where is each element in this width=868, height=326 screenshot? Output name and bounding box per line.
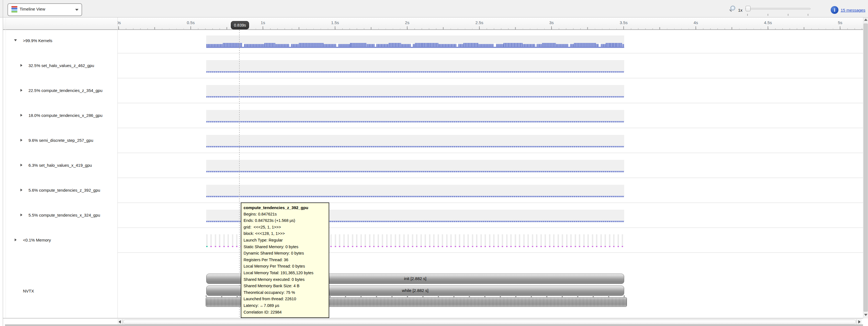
info-icon[interactable]: i: [831, 6, 838, 14]
expand-arrow-icon[interactable]: [21, 64, 22, 67]
expand-arrow-icon[interactable]: [14, 239, 17, 241]
nsight-timeline-window: Timeline View 1x i 15 messages 0s0.5s1s1…: [0, 0, 868, 326]
ruler-label: 4s: [693, 20, 698, 25]
tree-row-label: 6.3% set_halo_values_x_419_gpu: [28, 163, 92, 168]
kernel-track-band[interactable]: [206, 85, 624, 98]
ruler-label: 3s: [549, 20, 554, 25]
kernel-track-band[interactable]: [206, 135, 624, 147]
tooltip-line: Local Memory Per Thread: 0 bytes: [244, 263, 327, 270]
tooltip-line: Registers Per Thread: 36: [244, 257, 327, 264]
tree-row-label: 18.0% compute_tendencies_x_286_gpu: [28, 113, 102, 118]
tree-row[interactable]: NVTX: [6, 288, 118, 294]
kernel-track-band[interactable]: [206, 110, 624, 123]
tree-row[interactable]: 32.5% set_halo_values_z_462_gpu: [6, 62, 118, 68]
tree-row[interactable]: 22.5% compute_tendencies_z_354_gpu: [6, 87, 118, 93]
kernel-track-band[interactable]: [206, 185, 624, 197]
tree-row[interactable]: 6.3% set_halo_values_x_419_gpu: [6, 162, 118, 168]
tree-row[interactable]: 9.6% semi_discrete_step_257_gpu: [6, 137, 118, 143]
vertical-scrollbar[interactable]: [863, 18, 868, 319]
tooltip-line: Begins: 0.847621s: [244, 211, 327, 218]
horizontal-scrollbar-thumb[interactable]: [123, 319, 856, 324]
tooltip-line: Local Memory Total: 191,365,120 bytes: [244, 270, 327, 276]
tooltip-line: Shared Memory Bank Size: 4 B: [244, 283, 327, 290]
ruler-label: 4.5s: [764, 20, 772, 25]
magnifier-icon: [729, 5, 736, 13]
timeline-view-icon: [11, 6, 18, 13]
toolbar: Timeline View 1x i 15 messages: [0, 0, 868, 17]
tooltip-line: Shared Memory executed: 0 bytes: [244, 276, 327, 283]
tree-row-label: 22.5% compute_tendencies_z_354_gpu: [28, 88, 102, 93]
scroll-left-arrow-icon[interactable]: [118, 319, 123, 325]
kernel-track-band[interactable]: [206, 160, 624, 172]
expand-arrow-icon[interactable]: [21, 114, 22, 117]
ruler-label: 3.5s: [620, 20, 627, 25]
tree-row-label: <0.1% Memory: [23, 238, 51, 242]
scroll-right-arrow-icon[interactable]: [857, 319, 862, 325]
tooltip-line: Theoretical occupancy: 75 %: [244, 290, 327, 296]
zoom-level-label: 1x: [738, 8, 743, 12]
tree-row-label: NVTX: [23, 289, 34, 293]
expand-arrow-icon[interactable]: [21, 189, 22, 191]
time-marker-badge: 0.839s: [231, 21, 249, 29]
vertical-scrollbar-thumb[interactable]: [864, 24, 868, 311]
expand-arrow-icon[interactable]: [21, 139, 22, 141]
chevron-down-icon: [75, 9, 79, 11]
tree-row[interactable]: 18.0% compute_tendencies_x_286_gpu: [6, 112, 118, 118]
timeline-row-tree: >99.9% Kernels32.5% set_halo_values_z_46…: [6, 30, 118, 318]
zoom-slider-handle[interactable]: [746, 6, 750, 11]
ruler-label: 2.5s: [475, 20, 483, 25]
ruler-scale[interactable]: 0s0.5s1s1.5s2s2.5s3s3.5s4s4.5s5s: [118, 18, 863, 30]
tree-row[interactable]: 5.5% compute_tendencies_x_324_gpu: [6, 212, 118, 218]
kernel-track-band[interactable]: [206, 60, 624, 73]
tree-row-label: 5.6% compute_tendencies_z_392_gpu: [28, 188, 100, 192]
tree-row[interactable]: <0.1% Memory: [6, 237, 118, 243]
view-selector-dropdown[interactable]: Timeline View: [7, 3, 82, 16]
expand-arrow-icon[interactable]: [21, 214, 22, 216]
tooltip-line: Latency: ←7.089 µs: [244, 302, 327, 309]
tree-row-label: 32.5% set_halo_values_z_462_gpu: [28, 63, 94, 68]
tree-row-label: >99.9% Kernels: [23, 38, 52, 43]
tooltip-line: Launch Type: Regular: [244, 237, 327, 244]
ruler-label: 5s: [838, 20, 842, 25]
tooltip-title: compute_tendencies_z_392_gpu: [244, 205, 327, 211]
tooltip-line: Static Shared Memory: 0 bytes: [244, 244, 327, 250]
ruler-label: 1.5s: [331, 20, 339, 25]
expand-arrow-icon[interactable]: [21, 164, 22, 166]
messages-link[interactable]: 15 messages: [841, 8, 865, 12]
tooltip-line: Ends: 0.847623s (+1.568 µs): [244, 217, 327, 224]
tooltip-line: grid: <<<25, 1, 1>>>: [244, 224, 327, 231]
tooltip-line: Dynamic Shared Memory: 0 bytes: [244, 250, 327, 257]
kernel-tooltip: compute_tendencies_z_392_gpu Begins: 0.8…: [241, 202, 329, 318]
window-bottom-strip: [5, 324, 863, 326]
ruler-label: 0s: [118, 20, 121, 25]
tooltip-line: Launched from thread: 22610: [244, 296, 327, 302]
ruler-label: 2s: [405, 20, 409, 25]
expand-arrow-icon[interactable]: [21, 89, 22, 92]
tree-row[interactable]: 5.6% compute_tendencies_z_392_gpu: [6, 187, 118, 193]
tree-row-label: 5.5% compute_tendencies_x_324_gpu: [28, 213, 100, 217]
ruler-label: 1s: [261, 20, 265, 25]
tooltip-line: Correlation ID: 22984: [244, 309, 327, 316]
collapse-arrow-icon[interactable]: [14, 39, 17, 41]
tree-row-label: 9.6% semi_discrete_step_257_gpu: [28, 138, 93, 143]
ruler-label: 0.5s: [187, 20, 195, 25]
nvtx-range-label: while [2.882 s]: [402, 288, 429, 293]
horizontal-scrollbar[interactable]: [118, 319, 862, 325]
view-selector-label: Timeline View: [20, 7, 45, 11]
zoom-slider-track[interactable]: [745, 8, 810, 9]
timeline-canvas[interactable]: init [2.882 s]while [2.882 s]: [118, 30, 863, 318]
kernel-dense-bars[interactable]: [206, 35, 624, 48]
tooltip-line: block: <<<128, 1, 1>>>: [244, 230, 327, 237]
scroll-down-arrow-icon[interactable]: [864, 314, 867, 316]
nvtx-range-label: init [2.882 s]: [404, 276, 427, 281]
tree-row[interactable]: >99.9% Kernels: [6, 38, 118, 43]
scroll-up-arrow-icon[interactable]: [864, 19, 867, 21]
